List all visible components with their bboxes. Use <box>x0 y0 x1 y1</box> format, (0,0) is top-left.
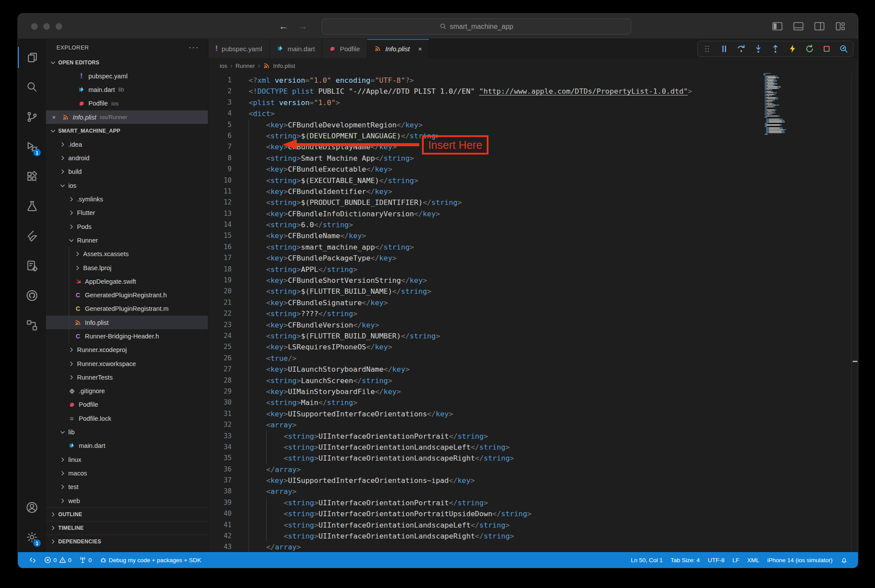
line-number[interactable]: 39 <box>208 497 232 508</box>
activity-account-icon[interactable] <box>18 493 46 522</box>
line-number[interactable]: 20 <box>208 286 232 297</box>
debug-configuration[interactable]: Debug my code + packages + SDK <box>96 556 205 563</box>
tree-item-linux[interactable]: linux <box>46 453 208 466</box>
toggle-sidebar-icon[interactable] <box>772 21 783 31</box>
debug-inspector-icon[interactable] <box>839 44 849 54</box>
tree-item-podfile[interactable]: Podfile <box>46 398 208 412</box>
open-editor-podfile[interactable]: Podfileios <box>46 97 208 110</box>
line-number[interactable]: 9 <box>208 164 232 175</box>
line-number[interactable]: 21 <box>208 297 232 308</box>
line-number[interactable]: 38 <box>208 486 232 497</box>
debug-hot-reload-icon[interactable] <box>787 44 798 54</box>
status-tab-size[interactable]: Tab Size: 4 <box>667 557 704 563</box>
line-number[interactable]: 10 <box>208 175 232 186</box>
status-encoding[interactable]: UTF-8 <box>704 557 728 563</box>
debug-grip-icon[interactable] <box>702 44 712 54</box>
line-number[interactable]: 11 <box>208 186 232 197</box>
line-number[interactable]: 34 <box>208 442 232 453</box>
tree-item-main-dart[interactable]: main.dart <box>46 439 208 453</box>
tree-item-macos[interactable]: macos <box>46 466 208 480</box>
debug-step-over-icon[interactable] <box>736 44 746 54</box>
line-number[interactable]: 29 <box>208 386 232 397</box>
activity-extensions-icon[interactable] <box>18 162 46 191</box>
maximize-window-button[interactable] <box>56 23 62 30</box>
toggle-secondary-sidebar-icon[interactable] <box>814 21 825 31</box>
remote-indicator[interactable] <box>25 556 40 564</box>
open-editor-main-dart[interactable]: main.dartlib <box>46 83 208 96</box>
line-number[interactable]: 26 <box>208 353 232 364</box>
tree-item--gitignore[interactable]: .gitignore <box>46 384 208 398</box>
line-number[interactable]: 5 <box>208 120 232 130</box>
line-number[interactable]: 3 <box>208 97 232 108</box>
breadcrumb-item-ios[interactable]: ios <box>220 63 227 69</box>
forward-arrow-icon[interactable]: → <box>298 21 308 32</box>
activity-github-icon[interactable] <box>18 281 46 310</box>
tree-item-lib[interactable]: lib <box>46 425 208 439</box>
activity-flutter-icon[interactable] <box>18 221 46 251</box>
tree-item-assets-xcassets[interactable]: Assets.xcassets <box>46 247 208 261</box>
breadcrumb-item-info-plist[interactable]: Info.plist <box>273 63 295 69</box>
activity-search-icon[interactable] <box>18 72 46 102</box>
tree-item-generatedpluginregistrant-m[interactable]: CGeneratedPluginRegistrant.m <box>46 302 208 316</box>
tree-item-runner-xcworkspace[interactable]: Runner.xcworkspace <box>46 357 208 370</box>
line-number[interactable]: 43 <box>208 542 232 552</box>
line-number[interactable]: 31 <box>208 408 232 419</box>
minimize-window-button[interactable] <box>43 23 50 30</box>
back-arrow-icon[interactable]: ← <box>279 21 288 32</box>
line-number[interactable]: 2 <box>208 86 232 97</box>
tree-item-runner-xcodeproj[interactable]: Runner.xcodeproj <box>46 343 208 357</box>
line-number[interactable]: 37 <box>208 475 232 486</box>
tab-pubspec-yaml[interactable]: !pubspec.yaml <box>208 39 270 58</box>
notifications-bell-icon[interactable] <box>836 556 852 564</box>
line-number[interactable]: 23 <box>208 320 232 331</box>
debug-step-out-icon[interactable] <box>770 44 780 54</box>
tree-item-runnertests[interactable]: RunnerTests <box>46 370 208 384</box>
open-editor-pubspec-yaml[interactable]: !pubspec.yaml <box>46 69 208 83</box>
debug-stop-icon[interactable] <box>822 44 832 54</box>
sidebar-section-outline[interactable]: OUTLINE <box>46 507 208 521</box>
line-number[interactable]: 12 <box>208 197 232 208</box>
activity-explorer-icon[interactable] <box>18 42 46 72</box>
line-number[interactable]: 17 <box>208 253 232 264</box>
line-number[interactable]: 36 <box>208 464 232 475</box>
tree-item-android[interactable]: android <box>46 151 208 165</box>
tree-item-runner[interactable]: Runner <box>46 233 208 247</box>
command-center-search[interactable]: smart_machine_app <box>322 18 631 35</box>
status-cursor-position[interactable]: Ln 50, Col 1 <box>627 557 667 563</box>
line-number[interactable]: 24 <box>208 331 232 342</box>
activity-run-debug-icon[interactable]: 1 <box>18 132 46 162</box>
close-window-button[interactable] <box>31 23 38 30</box>
line-number[interactable]: 35 <box>208 453 232 464</box>
line-number[interactable]: 7 <box>208 141 232 152</box>
activity-source-control-icon[interactable] <box>18 102 46 132</box>
line-number[interactable]: 22 <box>208 308 232 319</box>
line-number[interactable]: 4 <box>208 108 232 119</box>
tree-item-info-plist[interactable]: Info.plist <box>46 316 208 329</box>
line-number[interactable]: 30 <box>208 397 232 408</box>
tree-item-runner-bridging-header-h[interactable]: CRunner-Bridging-Header.h <box>46 329 208 343</box>
close-editor-icon[interactable]: × <box>52 114 59 121</box>
line-number[interactable]: 33 <box>208 431 232 442</box>
project-root-header[interactable]: SMART_MACHINE_APP <box>46 124 208 137</box>
tab-main-dart[interactable]: main.dart <box>270 39 323 58</box>
problems-indicator[interactable]: 0 0 <box>40 556 75 563</box>
ports-indicator[interactable]: 0 <box>75 556 96 563</box>
tree-item-web[interactable]: web <box>46 494 208 507</box>
breadcrumb-item-runner[interactable]: Runner <box>235 63 255 69</box>
toggle-panel-icon[interactable] <box>793 21 804 31</box>
explorer-more-actions-icon[interactable]: ··· <box>189 43 199 52</box>
line-number[interactable]: 15 <box>208 230 232 241</box>
tree-item-generatedpluginregistrant-h[interactable]: CGeneratedPluginRegistrant.h <box>46 288 208 302</box>
customize-layout-icon[interactable] <box>835 21 846 31</box>
open-editors-header[interactable]: OPEN EDITORS <box>46 56 208 69</box>
editor-scrollbar[interactable] <box>851 73 858 552</box>
debug-restart-icon[interactable] <box>805 44 815 54</box>
minimap[interactable] <box>763 73 837 135</box>
status-device-selector[interactable]: iPhone 14 (ios simulator) <box>763 557 836 563</box>
line-number[interactable]: 19 <box>208 275 232 286</box>
status-language-mode[interactable]: XML <box>743 557 763 563</box>
tree-item-appdelegate-swift[interactable]: AppDelegate.swift <box>46 275 208 288</box>
line-number[interactable]: 8 <box>208 153 232 164</box>
code-editor[interactable]: 1<?xml version="1.0" encoding="UTF-8"?>2… <box>208 73 858 552</box>
sidebar-section-timeline[interactable]: TIMELINE <box>46 521 208 535</box>
